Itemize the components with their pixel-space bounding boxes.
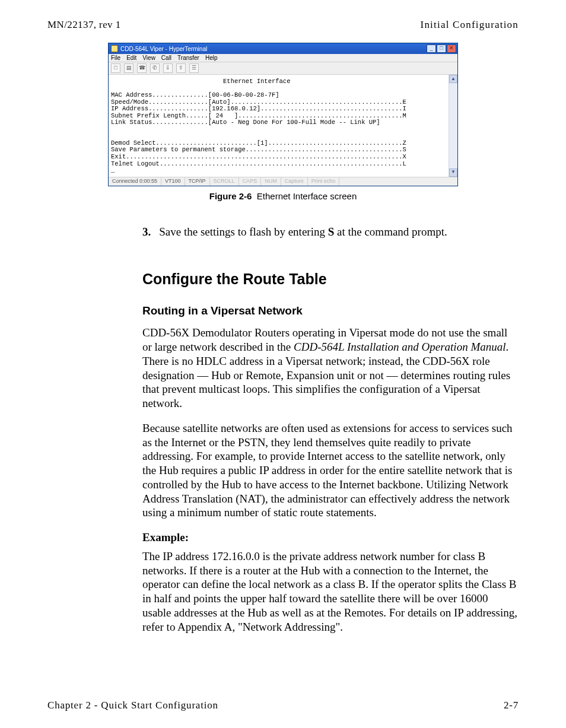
window-title: CDD-564L Viper - HyperTerminal: [120, 46, 207, 52]
running-foot: Chapter 2 - Quick Start Configuration 2-…: [47, 700, 519, 711]
send-icon[interactable]: ⇩: [163, 63, 173, 73]
figure-caption: Figure 2-6 Ethernet Interface screen: [47, 191, 519, 201]
disconnect-icon[interactable]: ✆: [150, 63, 160, 73]
para1-em: CDD-564L Installation and Operation Manu…: [294, 341, 506, 353]
menu-edit[interactable]: Edit: [126, 55, 136, 61]
close-button[interactable]: ✕: [447, 44, 456, 53]
maximize-button[interactable]: □: [437, 44, 446, 53]
menubar: File Edit View Call Transfer Help: [109, 54, 457, 62]
status-connected: Connected 0:00:55: [109, 177, 161, 186]
toolbar: □ ▤ ☎ ✆ ⇩ ⇧ ☰: [109, 62, 457, 75]
status-capture: Capture: [281, 177, 308, 186]
heading-routing-vipersat: Routing in a Vipersat Network: [142, 304, 519, 317]
footer-right: 2-7: [504, 700, 519, 711]
doc-id: MN/22137, rev 1: [47, 19, 121, 31]
scroll-down-icon[interactable]: ▼: [449, 169, 457, 177]
menu-transfer[interactable]: Transfer: [177, 55, 199, 61]
statusbar: Connected 0:00:55 VT100 TCP/IP SCROLL CA…: [109, 177, 457, 186]
status-num: NUM: [261, 177, 281, 186]
heading-configure-route-table: Configure the Route Table: [142, 271, 519, 288]
running-head: MN/22137, rev 1 Initial Configuration: [47, 19, 519, 31]
step-text-b: at the command prompt.: [334, 225, 447, 238]
scrollbar[interactable]: ▲ ▼: [449, 75, 457, 177]
figure-label: Figure 2-6: [209, 191, 252, 201]
terminal-text: Ethernet Interface MAC Address..........…: [111, 78, 446, 174]
step-number: 3.: [142, 225, 151, 238]
section-name: Initial Configuration: [421, 19, 519, 31]
window-titlebar: CDD-564L Viper - HyperTerminal _ □ ✕: [109, 43, 457, 54]
status-emulation: VT100: [161, 177, 185, 186]
paragraph-1: CDD-56X Demodulator Routers operating in…: [142, 326, 519, 411]
properties-icon[interactable]: ☰: [189, 63, 199, 73]
paragraph-3: The IP address 172.16.0.0 is the private…: [142, 549, 519, 634]
figure-text: Ethernet Interface screen: [257, 191, 357, 201]
paragraph-2: Because satellite networks are often use…: [142, 421, 519, 520]
receive-icon[interactable]: ⇧: [176, 63, 186, 73]
minimize-button[interactable]: _: [427, 44, 436, 53]
app-icon: [111, 45, 118, 52]
terminal-pane[interactable]: Ethernet Interface MAC Address..........…: [109, 75, 449, 177]
menu-file[interactable]: File: [111, 55, 120, 61]
menu-call[interactable]: Call: [161, 55, 171, 61]
status-protocol: TCP/IP: [185, 177, 210, 186]
step-key: S: [328, 225, 335, 238]
scroll-up-icon[interactable]: ▲: [449, 75, 457, 83]
hyperterminal-window: CDD-564L Viper - HyperTerminal _ □ ✕ Fil…: [108, 43, 458, 186]
menu-view[interactable]: View: [142, 55, 155, 61]
step-3: 3.Save the settings to flash by entering…: [142, 225, 519, 239]
step-text-a: Save the settings to flash by entering: [159, 225, 327, 238]
status-scroll: SCROLL: [210, 177, 239, 186]
example-label: Example:: [142, 530, 519, 545]
new-icon[interactable]: □: [111, 63, 120, 73]
menu-help[interactable]: Help: [205, 55, 218, 61]
footer-left: Chapter 2 - Quick Start Configuration: [47, 700, 218, 711]
connect-icon[interactable]: ☎: [137, 63, 147, 73]
status-printecho: Print echo: [308, 177, 340, 186]
status-caps: CAPS: [239, 177, 262, 186]
open-icon[interactable]: ▤: [124, 63, 133, 73]
